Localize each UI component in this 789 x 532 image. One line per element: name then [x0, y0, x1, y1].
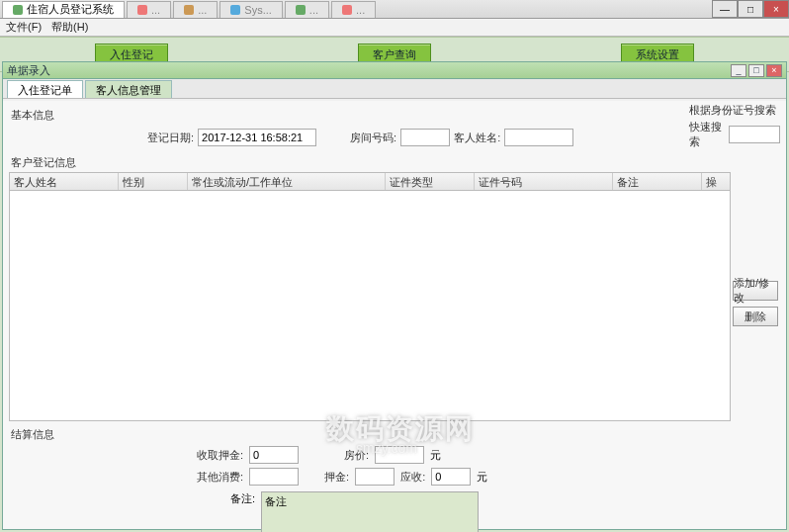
basic-info-label: 基本信息 [11, 108, 780, 123]
fee-row-2: 其他消费: 押金: 应收: 元 [9, 466, 780, 488]
os-tab-bar: 住宿人员登记系统 ... ... Sys... ... ... — □ × [0, 0, 789, 19]
tab-icon [137, 5, 147, 15]
basic-info-row: 登记日期: 房间号码: 客人姓名: [9, 125, 780, 152]
register-date-input[interactable] [198, 129, 316, 146]
minimize-button[interactable]: — [712, 0, 738, 18]
col-remark[interactable]: 备注 [613, 173, 702, 190]
menu-bar: 文件(F) 帮助(H) [0, 19, 789, 37]
fee-row-1: 收取押金: 房价: 元 [9, 444, 780, 466]
grid-side-buttons: 添加/修改 删除 [731, 172, 780, 421]
content-area: 基本信息 根据身份证号搜索 快速搜索 登记日期: 房间号码: 客人姓名: 客户登… [3, 101, 786, 529]
remark-label: 备注: [230, 491, 255, 506]
sub-window: 单据录入 _ □ × 入住登记单 客人信息管理 基本信息 根据身份证号搜索 快速… [2, 61, 787, 530]
bg-tab-4[interactable]: ... [285, 1, 329, 18]
col-name[interactable]: 客人姓名 [10, 173, 119, 190]
guest-grid[interactable]: 客人姓名 性别 常住或流动/工作单位 证件类型 证件号码 备注 操 [9, 172, 731, 421]
remark-textarea[interactable] [261, 491, 479, 532]
unit-2: 元 [477, 470, 487, 485]
receive-label: 应收: [400, 470, 425, 485]
app-title-tab[interactable]: 住宿人员登记系统 [2, 1, 125, 18]
delete-button[interactable]: 删除 [733, 307, 778, 326]
tab-icon [230, 5, 240, 15]
search-panel: 根据身份证号搜索 快速搜索 [689, 103, 780, 149]
depositret-label: 押金: [324, 470, 349, 485]
col-idtype[interactable]: 证件类型 [386, 173, 475, 190]
bg-tab-1[interactable]: ... [127, 1, 171, 18]
unit-1: 元 [430, 448, 441, 463]
sub-tabs: 入住登记单 客人信息管理 [3, 79, 786, 99]
fee-group-label: 结算信息 [11, 427, 780, 442]
room-number-label: 房间号码: [350, 131, 396, 145]
app-icon [13, 5, 23, 15]
grid-header: 客人姓名 性别 常住或流动/工作单位 证件类型 证件号码 备注 操 [10, 173, 730, 191]
sub-window-titlebar: 单据录入 _ □ × [3, 62, 786, 79]
quick-search-label: 快速搜索 [689, 120, 726, 149]
receive-input[interactable] [431, 468, 471, 486]
grid-body[interactable] [10, 191, 730, 420]
tab-icon [342, 5, 352, 15]
sub-maximize-button[interactable]: □ [748, 64, 764, 77]
roomfee-input[interactable] [375, 446, 424, 464]
col-op[interactable]: 操 [702, 173, 730, 190]
menu-help[interactable]: 帮助(H) [51, 20, 88, 35]
menu-file[interactable]: 文件(F) [6, 20, 42, 35]
otherfee-label: 其他消费: [197, 470, 243, 485]
bg-tab-5[interactable]: ... [331, 1, 376, 18]
bg-tab-2[interactable]: ... [173, 1, 218, 18]
app-title: 住宿人员登记系统 [27, 2, 114, 17]
tab-icon [184, 5, 194, 15]
sub-window-title: 单据录入 [7, 63, 50, 78]
col-sex[interactable]: 性别 [119, 173, 188, 190]
guest-grid-label: 客户登记信息 [11, 155, 780, 170]
close-button[interactable]: × [763, 0, 789, 18]
tab-checkin-form[interactable]: 入住登记单 [7, 80, 83, 98]
depositret-input[interactable] [355, 468, 394, 486]
deposit-input[interactable] [249, 446, 299, 464]
sub-minimize-button[interactable]: _ [731, 64, 746, 77]
col-idno[interactable]: 证件号码 [475, 173, 613, 190]
tab-guest-manage[interactable]: 客人信息管理 [85, 80, 172, 98]
col-addr[interactable]: 常住或流动/工作单位 [188, 173, 386, 190]
maximize-button[interactable]: □ [738, 0, 763, 18]
window-controls: — □ × [712, 0, 789, 18]
quick-search-input[interactable] [729, 126, 780, 143]
remark-row: 备注: [9, 491, 780, 532]
register-date-label: 登记日期: [147, 131, 194, 145]
tab-icon [296, 5, 306, 15]
guest-name-input[interactable] [504, 129, 573, 146]
guest-name-label: 客人姓名: [454, 131, 500, 145]
deposit-label: 收取押金: [197, 448, 243, 463]
search-by-id-label: 根据身份证号搜索 [689, 103, 780, 118]
sub-close-button[interactable]: × [766, 64, 782, 77]
add-edit-button[interactable]: 添加/修改 [733, 281, 778, 301]
room-number-input[interactable] [400, 129, 450, 146]
otherfee-input[interactable] [249, 468, 299, 486]
roomfee-label: 房价: [344, 448, 369, 463]
bg-tab-3[interactable]: Sys... [219, 1, 283, 18]
